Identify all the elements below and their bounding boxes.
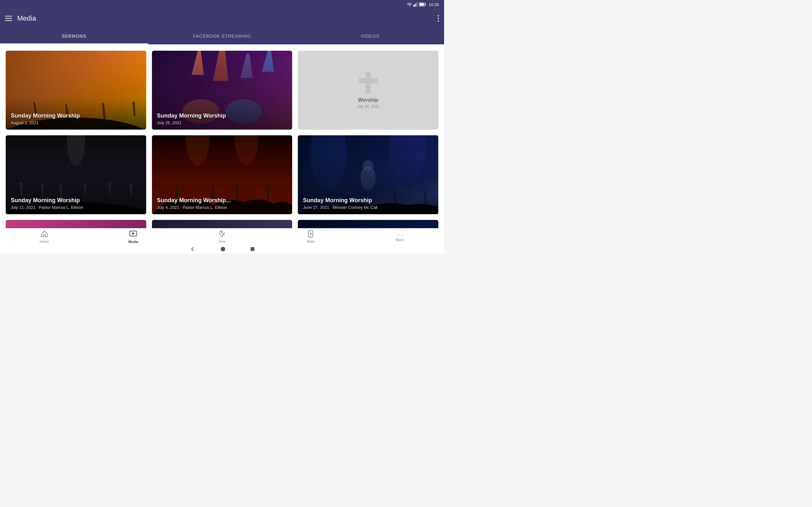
nav-home-label: Home bbox=[40, 239, 49, 243]
nav-media-label: Media bbox=[128, 240, 138, 244]
sermon-card-3[interactable]: Worship July 18, 2021 bbox=[298, 51, 438, 130]
svg-rect-2 bbox=[416, 3, 417, 7]
card-date-2: July 25, 2021 bbox=[157, 120, 287, 125]
partial-card-1[interactable] bbox=[6, 220, 146, 228]
status-time: 10:26 bbox=[428, 2, 439, 7]
more-dots-icon: ··· bbox=[396, 232, 403, 237]
give-icon bbox=[218, 230, 226, 239]
card-date-speaker-4: July 11, 2021 · Pastor Marcus L. Ellison bbox=[11, 205, 141, 210]
partial-card-row bbox=[6, 220, 438, 228]
more-button[interactable] bbox=[438, 15, 439, 21]
nav-more-label: More bbox=[396, 238, 403, 242]
android-nav-bar bbox=[0, 245, 444, 253]
svg-rect-6 bbox=[425, 4, 426, 5]
svg-marker-39 bbox=[132, 232, 135, 235]
media-icon bbox=[129, 230, 137, 239]
svg-rect-5 bbox=[420, 3, 424, 6]
android-recent-button[interactable] bbox=[251, 247, 254, 251]
nav-home[interactable]: Home bbox=[0, 230, 89, 243]
card-date-speaker-5: July 4, 2021 · Pastor Marcus L. Ellison bbox=[157, 205, 287, 210]
card-content-2: Sunday Morning Worship July 25, 2021 bbox=[152, 108, 293, 130]
tab-sermons[interactable]: SERMONS bbox=[0, 28, 148, 44]
sermon-card-2[interactable]: Sunday Morning Worship July 25, 2021 bbox=[152, 51, 293, 130]
menu-button[interactable] bbox=[5, 16, 12, 21]
card-title-3: Worship bbox=[358, 97, 378, 103]
bible-icon bbox=[307, 230, 315, 239]
card-date-speaker-6: June 27, 2021 · Minister Cortney Mc Call bbox=[303, 205, 433, 210]
nav-bible[interactable]: Bible bbox=[266, 230, 355, 243]
partial-card-2[interactable] bbox=[152, 220, 293, 228]
svg-rect-3 bbox=[417, 2, 418, 7]
card-content-5: Sunday Morning Worship... July 4, 2021 ·… bbox=[152, 193, 293, 214]
card-content-6: Sunday Morning Worship June 27, 2021 · M… bbox=[298, 193, 438, 214]
signal-icon bbox=[413, 2, 418, 7]
nav-give[interactable]: Give bbox=[177, 230, 266, 243]
sermon-card-4[interactable]: Sunday Morning Worship July 11, 2021 · P… bbox=[6, 135, 146, 214]
nav-more[interactable]: ··· More bbox=[355, 232, 444, 242]
android-home-button[interactable] bbox=[221, 247, 225, 251]
sermon-list: Sunday Morning Worship August 1, 2021 bbox=[0, 44, 444, 228]
nav-give-label: Give bbox=[218, 239, 226, 243]
card-content-4: Sunday Morning Worship July 11, 2021 · P… bbox=[6, 193, 146, 214]
tab-facebook[interactable]: Facebook Streaming bbox=[148, 28, 296, 44]
card-title-1: Sunday Morning Worship bbox=[11, 112, 141, 119]
card-date-1: August 1, 2021 bbox=[11, 120, 141, 125]
sermon-card-5[interactable]: Sunday Morning Worship... July 4, 2021 ·… bbox=[152, 135, 293, 214]
card-content-1: Sunday Morning Worship August 1, 2021 bbox=[6, 108, 146, 130]
sermon-grid: Sunday Morning Worship August 1, 2021 bbox=[6, 51, 438, 214]
toolbar: Media bbox=[0, 9, 444, 28]
nav-media[interactable]: Media bbox=[89, 230, 177, 244]
sermon-card-1[interactable]: Sunday Morning Worship August 1, 2021 bbox=[6, 51, 146, 130]
card-title-6: Sunday Morning Worship bbox=[303, 197, 433, 204]
svg-rect-0 bbox=[413, 5, 414, 7]
tab-videos[interactable]: Videos bbox=[296, 28, 444, 44]
card-date-3: July 18, 2021 bbox=[357, 104, 379, 109]
svg-rect-1 bbox=[415, 4, 415, 7]
android-back-button[interactable] bbox=[190, 246, 195, 252]
nav-bible-label: Bible bbox=[307, 239, 315, 243]
tab-bar: SERMONS Facebook Streaming Videos bbox=[0, 28, 444, 44]
bottom-nav: Home Media Give Bible bbox=[0, 228, 444, 245]
battery-icon bbox=[419, 3, 426, 6]
status-icons bbox=[407, 2, 426, 7]
card-title-5: Sunday Morning Worship... bbox=[157, 197, 287, 204]
home-icon bbox=[41, 230, 48, 239]
sermon-card-6[interactable]: Sunday Morning Worship June 27, 2021 · M… bbox=[298, 135, 438, 214]
partial-card-3[interactable] bbox=[298, 220, 438, 228]
page-title: Media bbox=[17, 14, 433, 22]
status-bar: 10:26 bbox=[0, 0, 444, 9]
card-title-2: Sunday Morning Worship bbox=[157, 112, 287, 119]
card-title-4: Sunday Morning Worship bbox=[11, 197, 141, 204]
wifi-icon bbox=[407, 3, 412, 6]
